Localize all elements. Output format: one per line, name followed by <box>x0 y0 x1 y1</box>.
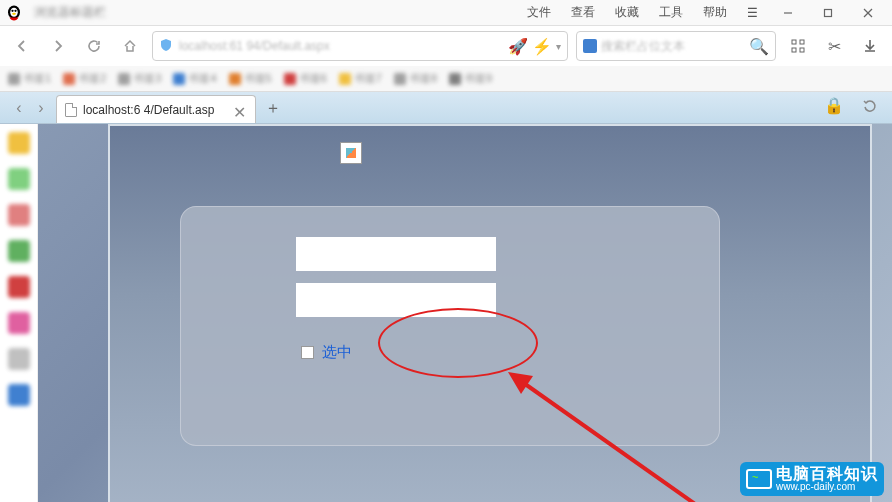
bookmark-item[interactable]: 书签2 <box>63 71 106 86</box>
bookmark-item[interactable]: 书签3 <box>118 71 161 86</box>
watermark: 电脑百科知识 www.pc-daily.com <box>740 462 884 496</box>
sidebar <box>0 124 38 502</box>
svg-point-3 <box>14 9 16 11</box>
svg-rect-12 <box>800 48 804 52</box>
search-bar[interactable]: 搜索栏占位文本 🔍 <box>576 31 776 61</box>
text-input-1[interactable] <box>296 237 496 271</box>
maximize-button[interactable] <box>808 0 848 26</box>
grid-icon[interactable] <box>784 32 812 60</box>
scissors-icon[interactable]: ✂ <box>820 32 848 60</box>
undo-icon[interactable] <box>856 91 884 119</box>
chevron-down-icon[interactable]: ▾ <box>556 41 561 52</box>
page-content: 选中 <box>38 124 892 502</box>
watermark-title: 电脑百科知识 <box>776 466 878 482</box>
bookmark-item[interactable]: 书签6 <box>284 71 327 86</box>
broken-image-icon <box>340 142 362 164</box>
search-icon[interactable]: 🔍 <box>749 37 769 56</box>
menu-view[interactable]: 查看 <box>561 0 605 25</box>
menu-file[interactable]: 文件 <box>517 0 561 25</box>
rocket-icon[interactable]: 🚀 <box>508 37 528 56</box>
forward-button[interactable] <box>44 32 72 60</box>
sidebar-icon-5[interactable] <box>8 276 30 298</box>
svg-rect-10 <box>800 40 804 44</box>
sidebar-icon-3[interactable] <box>8 204 30 226</box>
lock-icon[interactable]: 🔒 <box>820 91 848 119</box>
checkbox-row[interactable]: 选中 <box>301 343 352 362</box>
bookmark-item[interactable]: 书签9 <box>449 71 492 86</box>
page-inner: 选中 <box>108 124 872 502</box>
menu-favorites[interactable]: 收藏 <box>605 0 649 25</box>
login-panel: 选中 <box>180 206 720 446</box>
bookmark-item[interactable]: 书签7 <box>339 71 382 86</box>
bookmark-item[interactable]: 书签8 <box>394 71 437 86</box>
menu-more-icon[interactable]: ☰ <box>737 2 768 24</box>
svg-rect-11 <box>792 48 796 52</box>
tab-active[interactable]: localhost:6 4/Default.asp ✕ <box>56 95 256 123</box>
monitor-icon <box>746 469 772 489</box>
bookmark-item[interactable]: 书签4 <box>173 71 216 86</box>
new-tab-button[interactable]: ＋ <box>262 97 284 119</box>
close-button[interactable] <box>848 0 888 26</box>
tabbar: ‹ › localhost:6 4/Default.asp ✕ ＋ 🔒 <box>0 92 892 124</box>
window-title: 浏览器标题栏 <box>34 4 106 21</box>
sidebar-icon-6[interactable] <box>8 312 30 334</box>
download-icon[interactable] <box>856 32 884 60</box>
lightning-icon[interactable]: ⚡ <box>532 37 552 56</box>
search-placeholder: 搜索栏占位文本 <box>601 38 745 55</box>
shield-icon <box>159 38 175 54</box>
menu-help[interactable]: 帮助 <box>693 0 737 25</box>
tab-label: localhost:6 4/Default.asp <box>83 103 227 117</box>
home-button[interactable] <box>116 32 144 60</box>
address-text: localhost:61 94/Default.aspx <box>179 39 504 53</box>
search-engine-icon <box>583 39 597 53</box>
sidebar-icon-7[interactable] <box>8 348 30 370</box>
qq-logo-icon <box>4 3 24 23</box>
text-input-2[interactable] <box>296 283 496 317</box>
menu-tools[interactable]: 工具 <box>649 0 693 25</box>
checkbox-label: 选中 <box>322 343 352 362</box>
bookmark-item[interactable]: 书签1 <box>8 71 51 86</box>
checkbox-icon[interactable] <box>301 346 314 359</box>
back-button[interactable] <box>8 32 36 60</box>
tab-forward-icon[interactable]: › <box>30 97 52 119</box>
page-icon <box>65 103 77 117</box>
tab-close-icon[interactable]: ✕ <box>233 103 247 117</box>
refresh-button[interactable] <box>80 32 108 60</box>
bookmarks-bar: 书签1 书签2 书签3 书签4 书签5 书签6 书签7 书签8 书签9 <box>0 66 892 92</box>
svg-rect-6 <box>825 9 832 16</box>
watermark-url: www.pc-daily.com <box>776 482 878 492</box>
bookmark-item[interactable]: 书签5 <box>229 71 272 86</box>
titlebar: 浏览器标题栏 文件 查看 收藏 工具 帮助 ☰ <box>0 0 892 26</box>
minimize-button[interactable] <box>768 0 808 26</box>
svg-rect-9 <box>792 40 796 44</box>
svg-point-1 <box>10 7 18 16</box>
sidebar-icon-8[interactable] <box>8 384 30 406</box>
svg-point-2 <box>11 9 13 11</box>
sidebar-icon-2[interactable] <box>8 168 30 190</box>
svg-point-4 <box>12 12 16 14</box>
sidebar-icon-4[interactable] <box>8 240 30 262</box>
tab-back-icon[interactable]: ‹ <box>8 97 30 119</box>
sidebar-icon-1[interactable] <box>8 132 30 154</box>
address-bar[interactable]: localhost:61 94/Default.aspx 🚀 ⚡ ▾ <box>152 31 568 61</box>
toolbar: localhost:61 94/Default.aspx 🚀 ⚡ ▾ 搜索栏占位… <box>0 26 892 66</box>
